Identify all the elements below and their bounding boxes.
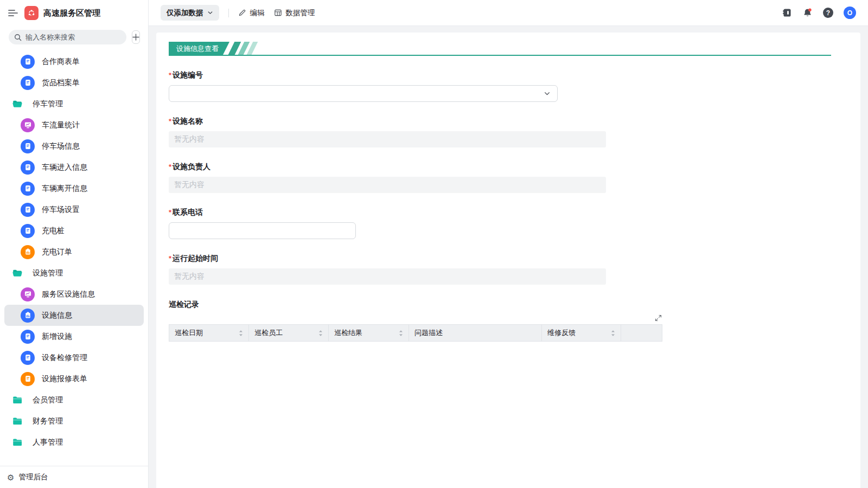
doc-icon <box>21 76 35 90</box>
sidebar-item-service-area-facility-info[interactable]: 服务区设施信息 <box>4 284 144 305</box>
sidebar-item-goods-archive[interactable]: 货品档案单 <box>4 72 144 93</box>
sidebar-item-label: 财务管理 <box>33 416 63 426</box>
field-label: * 运行起始时间 <box>169 254 831 264</box>
notebook-panel-icon[interactable] <box>782 8 792 18</box>
contact-phone-input[interactable] <box>169 222 356 239</box>
sidebar-item-vehicle-exit-info[interactable]: 车辆离开信息 <box>4 178 144 199</box>
sidebar-item-label: 人事管理 <box>33 438 63 447</box>
empty-placeholder: 暂无内容 <box>174 180 205 190</box>
add-data-mode-button[interactable]: 仅添加数据 <box>161 5 219 21</box>
folder-closed-icon <box>12 437 23 448</box>
doc-icon <box>21 55 35 69</box>
doc-icon <box>21 203 35 217</box>
sidebar-folder-hr-management[interactable]: 人事管理 <box>4 432 144 453</box>
facility-name-readonly-field: 暂无内容 <box>169 131 606 147</box>
sidebar-item-parking-lot-settings[interactable]: 停车场设置 <box>4 199 144 220</box>
field-label: * 设施负责人 <box>169 162 831 172</box>
app-logo-icon <box>24 6 39 20</box>
operation-start-readonly-field: 暂无内容 <box>169 268 606 285</box>
order-icon <box>21 245 35 259</box>
column-header-inspection-date[interactable]: 巡检日期 <box>169 325 249 342</box>
sidebar-item-label: 充电桩 <box>42 226 65 236</box>
sidebar-item-charging-orders[interactable]: 充电订单 <box>4 241 144 262</box>
doc-icon <box>21 224 35 238</box>
folder-open-icon <box>12 99 23 110</box>
sidebar-item-label: 合作商表单 <box>42 57 80 67</box>
sidebar-item-label: 停车场信息 <box>42 142 80 151</box>
doc-icon <box>21 160 35 175</box>
sidebar-item-label: 设施信息 <box>42 311 72 320</box>
field-operation-start-time: * 运行起始时间 暂无内容 <box>169 254 831 285</box>
app-title: 高速服务区管理 <box>43 8 100 18</box>
search-box[interactable] <box>9 30 126 44</box>
column-header-result[interactable]: 巡检结果 <box>329 325 409 342</box>
sidebar-item-traffic-stats[interactable]: 车流量统计 <box>4 114 144 136</box>
expand-table-button[interactable] <box>655 314 662 322</box>
sort-icon[interactable] <box>239 330 243 337</box>
topbar-left: 仅添加数据 编辑 数据管理 <box>161 5 315 21</box>
sidebar-item-label: 设施报修表单 <box>42 374 87 384</box>
inspection-header-row: 巡检日期 巡检员工 巡检结果 问题描述 <box>169 325 662 342</box>
folder-open-icon <box>12 268 23 279</box>
chart-icon <box>21 287 35 301</box>
sidebar-item-partner-form[interactable]: 合作商表单 <box>4 51 144 72</box>
sidebar-item-vehicle-entry-info[interactable]: 车辆进入信息 <box>4 157 144 178</box>
column-header-empty <box>621 325 662 342</box>
search-input[interactable] <box>25 33 121 41</box>
plus-icon <box>132 34 139 41</box>
sort-icon[interactable] <box>611 330 615 337</box>
field-label: * 联系电话 <box>169 208 831 217</box>
column-header-problem-description[interactable]: 问题描述 <box>409 325 542 342</box>
column-header-inspector[interactable]: 巡检员工 <box>249 325 329 342</box>
sidebar-item-label: 设施管理 <box>33 268 63 278</box>
sidebar-folder-member-management[interactable]: 会员管理 <box>4 389 144 410</box>
user-avatar[interactable]: O <box>844 7 856 19</box>
data-manage-button-label: 数据管理 <box>286 8 315 18</box>
column-header-repair-feedback[interactable]: 维修反馈 <box>542 325 621 342</box>
sidebar-item-label: 服务区设施信息 <box>42 290 95 299</box>
search-icon <box>14 34 22 41</box>
doc-icon <box>21 351 35 365</box>
topbar-right: ? O <box>782 7 856 19</box>
sidebar-folder-facility-management[interactable]: 设施管理 <box>4 262 144 284</box>
sidebar-item-label: 停车管理 <box>33 99 63 109</box>
sidebar-item-label: 停车场设置 <box>42 205 80 215</box>
doc-icon <box>21 139 35 153</box>
chart-icon <box>21 118 35 132</box>
sidebar-item-facility-repair-form[interactable]: 设施报修表单 <box>4 368 144 389</box>
sort-icon[interactable] <box>399 330 403 337</box>
sidebar-item-charging-pile[interactable]: 充电桩 <box>4 220 144 241</box>
pencil-icon <box>238 9 246 17</box>
sort-icon[interactable] <box>318 330 323 337</box>
sidebar-item-equipment-maintenance[interactable]: 设备检修管理 <box>4 347 144 368</box>
sidebar-folder-finance-management[interactable]: 财务管理 <box>4 410 144 432</box>
menu-toggle-icon[interactable] <box>7 7 20 20</box>
form-title: 设施信息查看 <box>169 42 229 56</box>
add-table-button[interactable] <box>132 30 140 44</box>
banner-stripes-decoration <box>231 42 254 56</box>
sidebar-item-facility-info[interactable]: 设施信息 <box>4 305 144 326</box>
help-icon[interactable]: ? <box>823 8 833 18</box>
sidebar-item-label: 设备检修管理 <box>42 353 87 363</box>
expand-icon <box>655 314 662 322</box>
sidebar-item-new-facility[interactable]: 新增设施 <box>4 326 144 347</box>
sidebar-menu: 合作商表单 货品档案单 停车管理 车流量统计 停车场信息 车辆进入信息 车辆离开… <box>0 50 148 466</box>
order-icon <box>21 309 35 323</box>
sidebar-folder-parking-management[interactable]: 停车管理 <box>4 93 144 114</box>
data-manage-button[interactable]: 数据管理 <box>274 8 315 18</box>
facility-number-select[interactable] <box>169 85 558 102</box>
folder-closed-icon <box>12 416 23 427</box>
sidebar-search-row <box>0 26 148 50</box>
inspection-table: 巡检日期 巡检员工 巡检结果 问题描述 <box>169 324 662 342</box>
edit-button[interactable]: 编辑 <box>238 8 265 18</box>
sidebar-item-parking-lot-info[interactable]: 停车场信息 <box>4 136 144 157</box>
chevron-down-icon <box>544 90 551 97</box>
admin-backend-button[interactable]: ⚙ 管理后台 <box>0 466 148 488</box>
notifications-bell-icon[interactable] <box>802 8 813 18</box>
required-asterisk: * <box>169 71 171 79</box>
sidebar-item-label: 车流量统计 <box>42 120 80 130</box>
inspection-label: 巡检记录 <box>169 300 831 310</box>
required-asterisk: * <box>169 208 171 216</box>
inspection-expand-row <box>169 314 662 322</box>
help-question-mark: ? <box>823 8 833 18</box>
